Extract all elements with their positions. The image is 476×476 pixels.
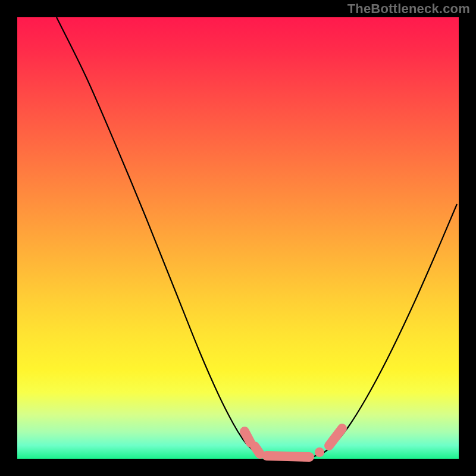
curve-right — [314, 204, 457, 456]
marker-capsule — [267, 456, 309, 457]
chart-overlay — [0, 0, 476, 476]
marker-capsule — [245, 431, 250, 443]
curve-left — [57, 17, 264, 456]
marker-group — [245, 428, 342, 457]
marker-capsule — [255, 446, 260, 454]
marker-dot — [315, 447, 324, 457]
curve-group — [57, 17, 457, 458]
marker-capsule — [329, 428, 342, 446]
